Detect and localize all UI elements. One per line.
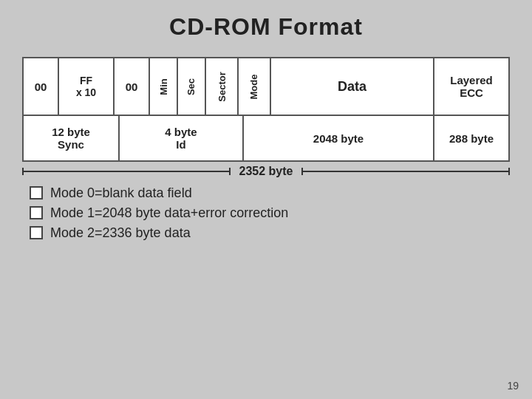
cell-sec: Sec [178,58,206,115]
bullet-text-0: Mode 0=blank data field [50,185,192,201]
cell-ecc: Layered ECC [434,58,508,115]
bullet-list: Mode 0=blank data field Mode 1=2048 byte… [22,185,510,241]
checkbox-0 [30,186,43,200]
cell-min: Min [150,58,178,115]
page-number: 19 [507,380,519,392]
cell-ff: FF x 10 [59,58,115,115]
annotation-line-right [301,171,510,172]
bullet-item-0: Mode 0=blank data field [30,185,510,201]
checkbox-1 [30,206,43,219]
cell-id: 4 byte Id [120,116,244,160]
cell-00b: 00 [115,58,150,115]
table-top-row: 00 FF x 10 00 Min Sec Sector Mode Data [24,58,508,116]
bullet-item-2: Mode 2=2336 byte data [30,225,510,241]
checkbox-2 [30,226,43,239]
page: CD-ROM Format 00 FF x 10 00 Min Sec Sect… [0,0,532,399]
byte-annotation: 2352 byte [22,165,510,178]
table-bottom-row: 12 byte Sync 4 byte Id 2048 byte 288 byt… [24,116,508,160]
cell-288: 288 byte [434,116,508,160]
cell-00a: 00 [24,58,59,115]
cell-data: Data [271,58,434,115]
format-table: 00 FF x 10 00 Min Sec Sector Mode Data [22,57,510,162]
annotation-label: 2352 byte [231,165,302,178]
cell-mode: Mode [239,58,271,115]
annotation-line-left [22,171,231,172]
cell-sync: 12 byte Sync [24,116,120,160]
cell-sector: Sector [206,58,239,115]
bullet-item-1: Mode 1=2048 byte data+error correction [30,205,510,221]
cell-2048: 2048 byte [244,116,434,160]
bullet-text-2: Mode 2=2336 byte data [50,225,191,241]
page-title: CD-ROM Format [22,13,510,41]
bullet-text-1: Mode 1=2048 byte data+error correction [50,205,288,221]
